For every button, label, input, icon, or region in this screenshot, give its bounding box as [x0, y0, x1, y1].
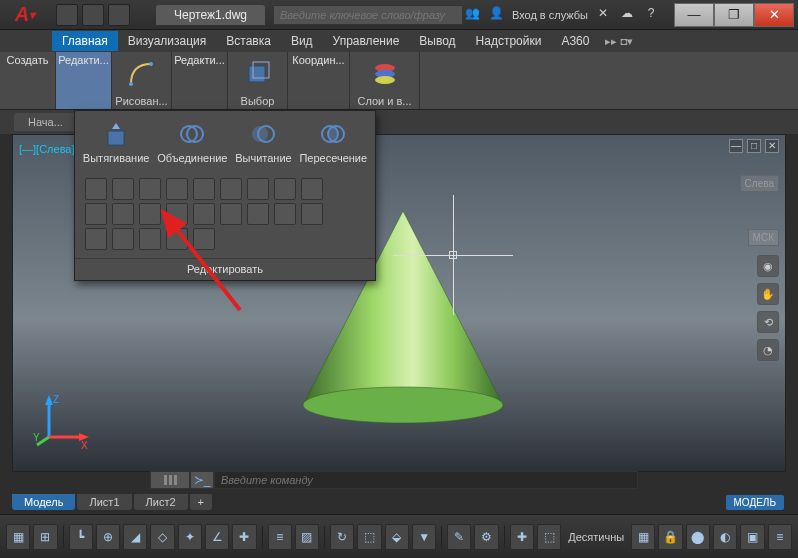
- nav-show-icon[interactable]: ◔: [757, 339, 779, 361]
- grid-tool-8[interactable]: [274, 178, 296, 200]
- signin-link[interactable]: Вход в службы: [512, 9, 588, 21]
- sb-units-label[interactable]: Десятичны: [564, 531, 628, 543]
- nav-pan-icon[interactable]: ✋: [757, 283, 779, 305]
- line-arc-icon[interactable]: [127, 58, 157, 88]
- command-input[interactable]: [214, 471, 638, 489]
- grid-tool-7[interactable]: [247, 178, 269, 200]
- sb-filter-icon[interactable]: ▼: [412, 524, 436, 550]
- sb-dyn-icon[interactable]: ✚: [232, 524, 256, 550]
- layers-icon[interactable]: [370, 58, 400, 88]
- cmd-grip-icon[interactable]: [150, 471, 190, 489]
- sb-ucs-icon[interactable]: ⬚: [357, 524, 381, 550]
- tab-view[interactable]: Вид: [281, 31, 323, 51]
- app-logo[interactable]: A▾: [0, 0, 50, 30]
- sb-polar-icon[interactable]: ⊕: [96, 524, 120, 550]
- tool-intersect[interactable]: Пересечение: [299, 119, 367, 164]
- vp-maximize-icon[interactable]: □: [747, 139, 761, 153]
- sb-workspace-icon[interactable]: ⚙: [474, 524, 498, 550]
- sb-annotation-icon[interactable]: ✎: [447, 524, 471, 550]
- grid-tool-14[interactable]: [193, 203, 215, 225]
- grid-tool-23[interactable]: [193, 228, 215, 250]
- grid-tool-18[interactable]: [301, 203, 323, 225]
- maximize-button[interactable]: ❐: [714, 3, 754, 27]
- dropdown-footer[interactable]: Редактировать: [75, 258, 375, 280]
- grid-tool-3[interactable]: [139, 178, 161, 200]
- panel-create[interactable]: Создать: [7, 54, 49, 66]
- tab-visualize[interactable]: Визуализация: [118, 31, 217, 51]
- signin-icon[interactable]: 👤: [488, 6, 506, 24]
- tool-union[interactable]: Объединение: [157, 119, 227, 164]
- tab-manage[interactable]: Управление: [323, 31, 410, 51]
- sb-iso-icon[interactable]: ◢: [123, 524, 147, 550]
- tab-overflow-icon[interactable]: ▸▸ ◘▾: [605, 35, 633, 48]
- panel-layers-label[interactable]: Слои и в...: [357, 94, 411, 109]
- grid-tool-5[interactable]: [193, 178, 215, 200]
- nav-orbit-icon[interactable]: ⟲: [757, 311, 779, 333]
- sb-lock-icon[interactable]: 🔒: [658, 524, 682, 550]
- grid-tool-2[interactable]: [112, 178, 134, 200]
- grid-tool-11[interactable]: [112, 203, 134, 225]
- sb-grid-icon[interactable]: ▦: [6, 524, 30, 550]
- layout-add[interactable]: +: [190, 494, 212, 510]
- sb-annomonitor-icon[interactable]: ✚: [510, 524, 534, 550]
- help-icon[interactable]: ?: [642, 6, 660, 24]
- sb-isolate-icon[interactable]: ◐: [713, 524, 737, 550]
- tab-addins[interactable]: Надстройки: [466, 31, 552, 51]
- sb-osnap-icon[interactable]: ◇: [150, 524, 174, 550]
- exchange-icon[interactable]: ✕: [594, 6, 612, 24]
- sb-transparency-icon[interactable]: ▨: [295, 524, 319, 550]
- grid-tool-9[interactable]: [301, 178, 323, 200]
- view-orientation-badge[interactable]: Слева: [740, 175, 779, 192]
- cloud-icon[interactable]: ☁: [618, 6, 636, 24]
- ucs-icon[interactable]: Z X Y: [33, 391, 93, 451]
- sb-lineweight-icon[interactable]: ≡: [268, 524, 292, 550]
- sb-3dosnap-icon[interactable]: ✦: [178, 524, 202, 550]
- minimize-button[interactable]: —: [674, 3, 714, 27]
- grid-tool-6[interactable]: [220, 178, 242, 200]
- infocenter-icon[interactable]: 👥: [464, 6, 482, 24]
- layout-model[interactable]: Модель: [12, 494, 75, 510]
- panel-coord[interactable]: Координ...: [292, 54, 344, 66]
- sb-otrack-icon[interactable]: ∠: [205, 524, 229, 550]
- grid-tool-20[interactable]: [112, 228, 134, 250]
- cmd-prompt-icon[interactable]: ≻_: [190, 471, 214, 489]
- panel-select-label[interactable]: Выбор: [241, 94, 275, 109]
- qat-new-icon[interactable]: [56, 4, 78, 26]
- tab-output[interactable]: Вывод: [409, 31, 465, 51]
- panel-edit[interactable]: Редакти...: [58, 54, 109, 66]
- vp-minimize-icon[interactable]: —: [729, 139, 743, 153]
- sb-units-icon[interactable]: ⬚: [537, 524, 561, 550]
- sb-cycling-icon[interactable]: ↻: [330, 524, 354, 550]
- search-input[interactable]: [273, 5, 463, 25]
- sb-ortho-icon[interactable]: ┗: [69, 524, 93, 550]
- grid-tool-17[interactable]: [274, 203, 296, 225]
- sb-custom-icon[interactable]: ≡: [768, 524, 792, 550]
- start-tab[interactable]: Нача...: [14, 113, 77, 131]
- vp-close-icon[interactable]: ✕: [765, 139, 779, 153]
- grid-tool-15[interactable]: [220, 203, 242, 225]
- sb-clean-icon[interactable]: ▣: [740, 524, 764, 550]
- sb-gizmo-icon[interactable]: ⬙: [385, 524, 409, 550]
- nav-wheel-icon[interactable]: ◉: [757, 255, 779, 277]
- grid-tool-16[interactable]: [247, 203, 269, 225]
- panel-edit2[interactable]: Редакти...: [174, 54, 225, 66]
- qat-open-icon[interactable]: [82, 4, 104, 26]
- tab-insert[interactable]: Вставка: [216, 31, 281, 51]
- grid-tool-21[interactable]: [139, 228, 161, 250]
- grid-tool-12[interactable]: [139, 203, 161, 225]
- grid-tool-10[interactable]: [85, 203, 107, 225]
- grid-tool-4[interactable]: [166, 178, 188, 200]
- tab-a360[interactable]: A360: [551, 31, 599, 51]
- ucs-badge[interactable]: МСК: [748, 229, 779, 246]
- layout-sheet2[interactable]: Лист2: [134, 494, 188, 510]
- grid-tool-19[interactable]: [85, 228, 107, 250]
- select-cube-icon[interactable]: [243, 58, 273, 88]
- grid-tool-13[interactable]: [166, 203, 188, 225]
- tab-home[interactable]: Главная: [52, 31, 118, 51]
- grid-tool-22[interactable]: [166, 228, 188, 250]
- sb-quickprops-icon[interactable]: ▦: [631, 524, 655, 550]
- sb-snap-icon[interactable]: ⊞: [33, 524, 57, 550]
- panel-draw-label[interactable]: Рисован...: [115, 94, 167, 109]
- viewport-label[interactable]: [—][Слева]: [19, 143, 75, 155]
- model-space-badge[interactable]: МОДЕЛЬ: [726, 495, 784, 510]
